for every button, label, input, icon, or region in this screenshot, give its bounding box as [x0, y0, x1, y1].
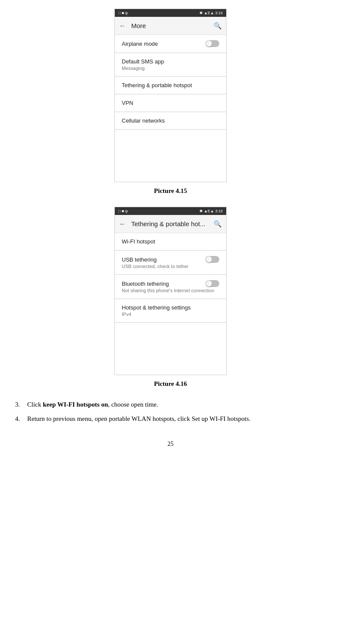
settings-item-title-usb: USB tethering: [122, 256, 157, 263]
caption-2: Picture 4.16: [154, 380, 187, 388]
toggle-usb-tethering[interactable]: [205, 256, 219, 263]
settings-item-vpn[interactable]: VPN: [115, 95, 226, 112]
settings-item-title-sms: Default SMS app: [122, 58, 164, 65]
sim-icon-2: □ ■ ψ: [118, 209, 128, 213]
empty-area-1: [115, 130, 226, 182]
settings-item-title-vpn: VPN: [122, 100, 133, 106]
settings-item-bluetooth-tethering[interactable]: Bluetooth tethering Not sharing this pho…: [115, 275, 226, 299]
page-number: 25: [167, 432, 174, 448]
settings-item-usb-tethering[interactable]: USB tethering USB connected, check to te…: [115, 251, 226, 275]
instruction-number-4: 4.: [15, 414, 24, 424]
instruction-text-3: Click keep WI-FI hotspots on, choose ope…: [27, 400, 326, 410]
connectivity-icons-2: ✱ ▲E▲ 3:16: [199, 209, 223, 213]
settings-item-subtitle-usb: USB connected, check to tether: [122, 264, 219, 269]
app-header-1: ← More 🔍: [115, 17, 226, 35]
screenshot-1: □ ■ ψ ✱ ▲E▲ 3:16 ← More 🔍 Airplane mode: [114, 9, 227, 182]
settings-item-title-hotspot: Hotspot & tethering settings: [122, 304, 191, 311]
search-icon-1[interactable]: 🔍: [214, 22, 222, 30]
toggle-bluetooth-tethering[interactable]: [205, 280, 219, 287]
caption-1: Picture 4.15: [154, 187, 187, 195]
status-bar-1: □ ■ ψ ✱ ▲E▲ 3:16: [115, 9, 226, 17]
status-bar-left-icons-1: □ ■ ψ: [118, 11, 128, 15]
page-content: □ ■ ψ ✱ ▲E▲ 3:16 ← More 🔍 Airplane mode: [0, 4, 341, 448]
screenshot-2: □ ■ ψ ✱ ▲E▲ 3:16 ← Tethering & portable …: [114, 207, 227, 375]
instruction-item-4: 4. Return to previous menu, open portabl…: [15, 414, 326, 424]
settings-item-title-bluetooth: Bluetooth tethering: [122, 281, 169, 287]
settings-list-1: Airplane mode Default SMS app Messaging …: [115, 35, 226, 182]
instruction-text-4: Return to previous menu, open portable W…: [27, 414, 326, 424]
status-bar-right-icons-1: ✱ ▲E▲ 3:16: [199, 11, 223, 15]
settings-item-title-cellular: Cellular networks: [122, 117, 165, 124]
settings-item-subtitle-hotspot: IPv4: [122, 312, 219, 317]
search-icon-2[interactable]: 🔍: [214, 220, 222, 228]
settings-item-cellular[interactable]: Cellular networks: [115, 112, 226, 129]
instructions: 3. Click keep WI-FI hotspots on, choose …: [15, 400, 326, 428]
connectivity-icons-1: ✱ ▲E▲ 3:16: [199, 11, 223, 15]
back-button-2[interactable]: ←: [119, 220, 126, 228]
header-title-1: More: [131, 22, 214, 29]
back-button-1[interactable]: ←: [119, 22, 126, 30]
settings-item-subtitle-sms: Messaging: [122, 66, 219, 71]
toggle-airplane-mode[interactable]: [205, 40, 219, 47]
settings-item-tethering[interactable]: Tethering & portable hotspot: [115, 77, 226, 94]
status-bar-right-icons-2: ✱ ▲E▲ 3:16: [199, 209, 223, 213]
settings-item-default-sms[interactable]: Default SMS app Messaging: [115, 53, 226, 76]
instruction-item-3: 3. Click keep WI-FI hotspots on, choose …: [15, 400, 326, 410]
sim-icon-1: □ ■ ψ: [118, 11, 128, 15]
app-header-2: ← Tethering & portable hot... 🔍: [115, 215, 226, 233]
settings-item-airplane-mode[interactable]: Airplane mode: [115, 35, 226, 53]
instruction-bold-3: keep WI-FI hotspots on: [43, 401, 108, 408]
settings-item-subtitle-bluetooth: Not sharing this phone's Internet connec…: [122, 288, 219, 293]
empty-area-2: [115, 323, 226, 375]
settings-item-title-airplane: Airplane mode: [122, 41, 158, 47]
settings-item-hotspot-settings[interactable]: Hotspot & tethering settings IPv4: [115, 299, 226, 322]
instruction-number-3: 3.: [15, 400, 24, 410]
status-bar-2: □ ■ ψ ✱ ▲E▲ 3:16: [115, 207, 226, 215]
settings-item-title-tethering: Tethering & portable hotspot: [122, 82, 192, 88]
settings-item-title-wifi: Wi-FI hotspot: [122, 238, 155, 245]
settings-item-wifi-hotspot[interactable]: Wi-FI hotspot: [115, 233, 226, 250]
settings-list-2: Wi-FI hotspot USB tethering USB connecte…: [115, 233, 226, 375]
header-title-2: Tethering & portable hot...: [131, 220, 214, 227]
status-bar-left-icons-2: □ ■ ψ: [118, 209, 128, 213]
